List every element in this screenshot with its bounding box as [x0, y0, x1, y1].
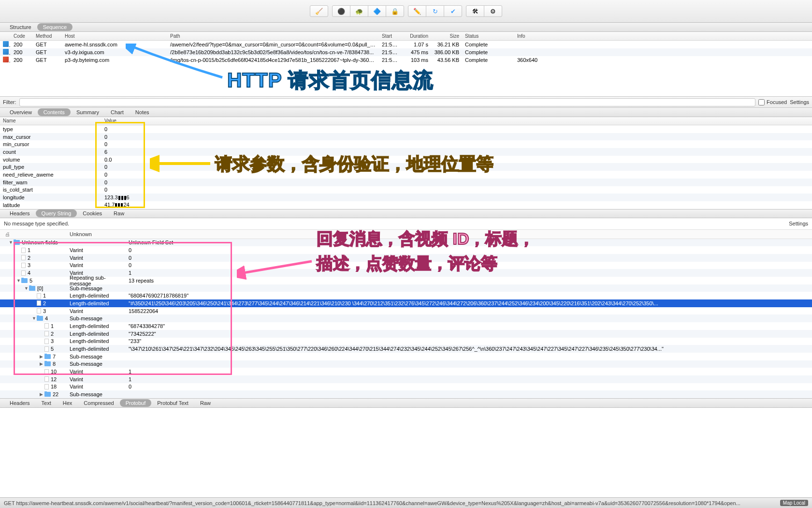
bottom-tab-headers[interactable]: Headers: [4, 399, 36, 407]
col-status[interactable]: Status: [462, 33, 514, 39]
request-row[interactable]: 200GET p3-dy.byteimg.com/img/tos-cn-p-00…: [0, 56, 812, 64]
tree-row[interactable]: 12Varint1: [0, 375, 812, 383]
filter-input[interactable]: [19, 98, 756, 106]
tab-structure[interactable]: Structure: [4, 23, 37, 31]
document-icon: [44, 323, 49, 329]
tree-row[interactable]: 1Varint0: [0, 246, 812, 254]
tree-row[interactable]: 18Varint0: [0, 383, 812, 391]
detail-tab-chart[interactable]: Chart: [105, 108, 130, 116]
document-icon: [21, 255, 26, 260]
col-path[interactable]: Path: [167, 33, 379, 39]
tool-breakpoints[interactable]: 🔷: [368, 5, 386, 17]
tree-row[interactable]: ▼[0]Sub-message: [0, 284, 812, 292]
focused-cb-input[interactable]: [758, 99, 765, 105]
param-row[interactable]: count6: [0, 148, 812, 156]
document-icon: [44, 339, 49, 344]
params-col-value[interactable]: Value: [102, 117, 812, 125]
request-sub-tabs: HeadersQuery StringCookiesRaw: [0, 209, 812, 218]
subtab-query-string[interactable]: Query String: [36, 209, 77, 217]
request-row[interactable]: 200GET aweme-hl.snssdk.com/aweme/v2/feed…: [0, 41, 812, 48]
folder-icon: [37, 316, 43, 321]
bottom-tab-protobuf-text[interactable]: Protobuf Text: [151, 399, 194, 407]
param-row[interactable]: min_cursor0: [0, 140, 812, 148]
detail-tab-summary[interactable]: Summary: [71, 108, 105, 116]
tool-reload[interactable]: ↻: [426, 5, 444, 17]
document-icon: [44, 346, 49, 352]
tree-print-icon[interactable]: 🖨: [5, 231, 10, 237]
document-icon: [44, 384, 49, 389]
tool-ssl[interactable]: 🔒: [386, 5, 404, 17]
status-url: GET https://aweme-heartbeat.snssdk.com/a…: [4, 500, 776, 506]
tool-record[interactable]: ⚫: [332, 5, 350, 17]
param-row[interactable]: volume0.0: [0, 156, 812, 164]
tree-row[interactable]: 3Varint0: [0, 262, 812, 269]
view-tabs: Structure Sequence: [0, 23, 812, 32]
focused-checkbox[interactable]: Focused: [758, 99, 787, 105]
response-settings-link[interactable]: Settings: [789, 221, 808, 226]
param-row[interactable]: pull_type0: [0, 163, 812, 171]
map-local-badge[interactable]: Map Local: [780, 500, 808, 506]
document-icon: [44, 331, 49, 336]
param-row[interactable]: latitude41.7▮▮▮24: [0, 201, 812, 209]
col-start[interactable]: Start: [379, 33, 403, 39]
detail-tab-contents[interactable]: Contents: [38, 108, 71, 116]
document-icon: [21, 248, 26, 253]
filter-settings-link[interactable]: Settings: [790, 99, 809, 105]
bottom-tab-compressed[interactable]: Compressed: [78, 399, 119, 407]
tree-row[interactable]: ▶22Sub-message: [0, 390, 812, 398]
tool-compose[interactable]: ✏️: [408, 5, 426, 17]
file-icon: [3, 41, 9, 47]
tool-clear[interactable]: 🧹: [310, 5, 328, 17]
bottom-tab-text[interactable]: Text: [36, 399, 57, 407]
tree-row[interactable]: 2Length-delimited"#\350\241\250\346\203\…: [0, 299, 812, 307]
request-list: 200GET aweme-hl.snssdk.com/aweme/v2/feed…: [0, 41, 812, 64]
subtab-cookies[interactable]: Cookies: [77, 209, 108, 217]
file-icon: [3, 57, 9, 62]
param-row[interactable]: longitude123.3▮▮▮6: [0, 194, 812, 201]
bottom-tab-raw[interactable]: Raw: [194, 399, 217, 407]
bottom-tab-hex[interactable]: Hex: [57, 399, 78, 407]
tree-row[interactable]: 1Length-delimited"68743384278": [0, 322, 812, 330]
tree-row[interactable]: ▼4Sub-message: [0, 314, 812, 322]
tree-row[interactable]: ▶8Sub-message: [0, 360, 812, 368]
tool-validate[interactable]: ✔: [444, 5, 462, 17]
subtab-raw[interactable]: Raw: [108, 209, 130, 217]
folder-icon: [21, 278, 28, 283]
tree-row[interactable]: ▼Unknown fieldsUnknown Field Set: [0, 239, 812, 247]
tree-row[interactable]: 3Varint1585222064: [0, 307, 812, 315]
subtab-headers[interactable]: Headers: [4, 209, 36, 217]
param-row[interactable]: type0: [0, 125, 812, 133]
tree-header-unknown: Unknown: [70, 231, 92, 237]
col-method[interactable]: Method: [33, 33, 62, 39]
detail-tab-notes[interactable]: Notes: [130, 108, 155, 116]
tree-row[interactable]: 2Length-delimited"73425222": [0, 330, 812, 338]
col-host[interactable]: Host: [62, 33, 167, 39]
param-row[interactable]: max_cursor0: [0, 133, 812, 141]
params-col-name[interactable]: Name: [0, 117, 102, 125]
document-icon: [37, 293, 41, 299]
col-size[interactable]: Size: [431, 33, 462, 39]
tree-row[interactable]: ▶7Sub-message: [0, 353, 812, 360]
request-row[interactable]: 200GET v3-dy.ixigua.com/2b8e873e16b209bd…: [0, 48, 812, 56]
param-row[interactable]: filter_warn0: [0, 179, 812, 186]
tool-settings[interactable]: ⚙: [484, 5, 502, 17]
param-row[interactable]: is_cold_start0: [0, 186, 812, 194]
tree-row[interactable]: 2Varint0: [0, 254, 812, 262]
tool-tools[interactable]: 🛠: [466, 5, 484, 17]
folder-icon: [44, 361, 51, 366]
tree-row[interactable]: 10Varint1: [0, 368, 812, 375]
document-icon: [21, 263, 26, 268]
col-duration[interactable]: Duration: [403, 33, 431, 39]
tree-row[interactable]: ▼5Repeating sub-message13 repeats: [0, 277, 812, 284]
bottom-tab-protobuf[interactable]: Protobuf: [120, 399, 152, 407]
detail-tab-overview[interactable]: Overview: [4, 108, 38, 116]
col-info[interactable]: Info: [514, 33, 812, 39]
tree-row[interactable]: 3Length-delimited"233": [0, 338, 812, 345]
tree-row[interactable]: 1Length-delimited"6808476902718786819": [0, 292, 812, 299]
col-code[interactable]: Code: [11, 33, 33, 39]
document-icon: [21, 270, 26, 276]
tree-row[interactable]: 5Length-delimited"\347\210\261\347\254\2…: [0, 345, 812, 353]
tab-sequence[interactable]: Sequence: [37, 23, 73, 31]
tool-throttle[interactable]: 🐢: [350, 5, 368, 17]
param-row[interactable]: need_relieve_aweme0: [0, 171, 812, 179]
